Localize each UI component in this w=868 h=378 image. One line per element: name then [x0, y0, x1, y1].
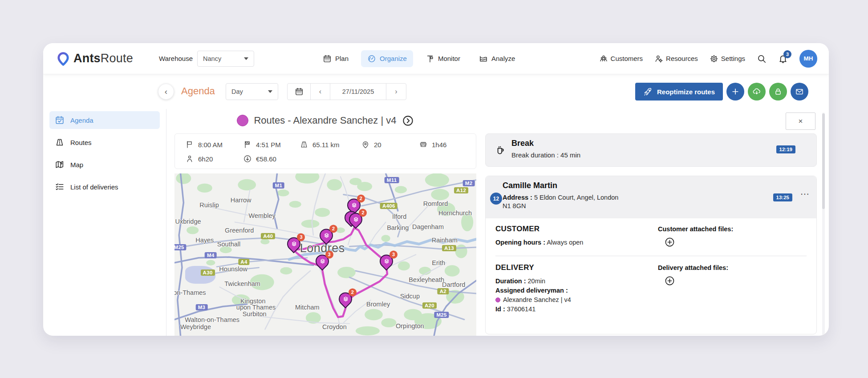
next-day-button[interactable]: ›: [386, 84, 406, 100]
pin-count-badge: 2: [349, 288, 357, 296]
search-button[interactable]: [757, 54, 767, 64]
pin-count-badge: 3: [389, 251, 397, 259]
map-label-surbiton: Surbiton: [243, 310, 267, 318]
top-navbar: AntsRoute Warehouse Nancy PlanOrganizeMo…: [43, 43, 829, 74]
assigned-deliveryman-value: Alexandre Sanchez | v4: [495, 296, 807, 303]
avatar[interactable]: MH: [799, 50, 817, 68]
pin-count-badge: 2: [357, 194, 365, 202]
sidebar-item-routes[interactable]: Routes: [49, 133, 160, 151]
add-file-icon[interactable]: [664, 237, 675, 248]
calendar-picker-button[interactable]: [288, 84, 311, 100]
break-duration-text: Break duration : 45 min: [511, 151, 580, 159]
layers-icon: [291, 241, 297, 247]
car-icon: [419, 140, 428, 149]
collapse-sidebar-button[interactable]: ‹: [158, 84, 174, 100]
tab-organize[interactable]: Organize: [361, 50, 413, 67]
road-shield-m11: M11: [385, 177, 399, 183]
next-route-button[interactable]: [402, 115, 414, 127]
map-label-ilford: Ilford: [392, 213, 406, 220]
stat-value: 65.11 km: [312, 141, 340, 149]
search-icon: [757, 54, 767, 64]
section-divider: [495, 256, 807, 256]
road-shield-a13: A13: [442, 245, 456, 251]
customer-section: CUSTOMER Opening hours : Always open Cus…: [495, 225, 807, 246]
road-shield-a4: A4: [238, 259, 249, 265]
brand-logo[interactable]: AntsRoute: [56, 51, 133, 66]
stat-person: 6h20: [185, 154, 213, 164]
map-label-greenford: Greenford: [225, 227, 254, 234]
stop-card: 12 Camille Martin Address : 5 Eldon Cour…: [485, 176, 817, 334]
break-card[interactable]: Break Break duration : 45 min 12:19: [485, 133, 817, 167]
calendar-check-icon: [55, 115, 65, 125]
stat-flag: 8:00 AM: [185, 140, 223, 149]
map-pin-8[interactable]: 2: [339, 292, 352, 306]
map-label-barking: Barking: [387, 224, 409, 231]
map-pin-3[interactable]: 2: [349, 213, 362, 226]
map-label-wembley: Wembley: [249, 212, 276, 219]
sidebar-item-agenda[interactable]: Agenda: [49, 111, 160, 129]
sidebar-item-map[interactable]: Map: [49, 156, 160, 173]
coffee-cup-icon: [495, 145, 506, 156]
prev-day-button[interactable]: ‹: [311, 84, 330, 100]
notifications-button[interactable]: 3: [778, 54, 788, 64]
map-pin-7[interactable]: 3: [380, 255, 393, 268]
road-shield-a2: A2: [438, 288, 449, 294]
sidebar-divider: [166, 74, 166, 336]
sidebar-item-label: List of deliveries: [70, 183, 118, 191]
navlink-settings[interactable]: Settings: [710, 54, 745, 63]
map-pin-6[interactable]: 3: [316, 255, 329, 268]
map-pin-5[interactable]: 2: [320, 229, 333, 242]
map-pin-4[interactable]: 3: [287, 237, 300, 250]
map-pin-1[interactable]: 2: [347, 198, 361, 212]
desktop: { "topbar": { "brand": { "bold": "Ants",…: [0, 0, 868, 378]
chevron-down-icon: [244, 57, 248, 60]
app-window: AntsRoute Warehouse Nancy PlanOrganizeMo…: [43, 43, 829, 336]
map-canvas[interactable]: M1M25M4M3M11M2M25A40A4A30A12A406A13A2A20…: [174, 173, 476, 336]
export-button[interactable]: [748, 83, 766, 101]
navlink-resources[interactable]: Resources: [654, 54, 698, 63]
pin-count-badge: 2: [359, 209, 367, 217]
close-panel-button[interactable]: ×: [786, 113, 815, 130]
route-color-dot: [495, 298, 500, 302]
sidebar-item-list-of-deliveries[interactable]: List of deliveries: [49, 178, 160, 196]
send-mail-button[interactable]: [791, 83, 808, 101]
view-select[interactable]: Day: [226, 83, 278, 100]
more-options-button[interactable]: ⋯: [800, 189, 810, 199]
layers-icon: [319, 258, 325, 265]
road-icon: [300, 140, 308, 149]
person-gear-icon: [654, 54, 663, 63]
layers-icon: [383, 258, 389, 265]
tab-monitor[interactable]: Monitor: [419, 50, 466, 67]
tab-label: Organize: [380, 55, 407, 62]
map-label-ruislip: Ruislip: [199, 201, 219, 209]
map-label-sidcup: Sidcup: [400, 293, 420, 300]
stat-pin: 20: [361, 140, 381, 149]
tab-plan[interactable]: Plan: [316, 50, 355, 67]
map-label-southall: Southall: [217, 241, 240, 248]
sidebar-item-label: Map: [70, 161, 83, 169]
customer-heading: CUSTOMER: [495, 225, 807, 233]
lock-routes-button[interactable]: [769, 83, 787, 101]
tab-analyze[interactable]: Analyze: [473, 50, 521, 67]
reoptimize-routes-button[interactable]: Reoptimize routes: [635, 83, 723, 101]
panel-scrollbar-thumb[interactable]: [822, 113, 825, 209]
map-label-dagenham: Dagenham: [412, 223, 444, 230]
agenda-toolbar: ‹ Agenda Day ‹ 27/11/2025 › Reoptimize r…: [43, 74, 829, 109]
nav-tabs: PlanOrganizeMonitorAnalyze: [316, 50, 521, 67]
wave-icon: [479, 54, 488, 63]
map-label-londres: Londres: [300, 241, 345, 255]
map-label-kingston: Kingston: [240, 298, 265, 305]
plus-icon: [731, 87, 740, 96]
add-button[interactable]: [726, 83, 744, 101]
current-date[interactable]: 27/11/2025: [330, 84, 386, 100]
delivery-section: DELIVERY Duration : 20min Assigned deliv…: [495, 263, 807, 313]
navlink-customers[interactable]: Customers: [599, 54, 643, 63]
stop-card-header[interactable]: 12 Camille Martin Address : 5 Eldon Cour…: [486, 176, 816, 218]
map-label-bexleyheath: Bexleyheath: [409, 276, 444, 283]
tab-label: Monitor: [438, 55, 460, 62]
flag-icon: [185, 140, 194, 149]
delivery-duration-row: Duration : 20min: [495, 277, 807, 285]
add-file-icon[interactable]: [664, 275, 675, 286]
warehouse-select[interactable]: Nancy: [197, 51, 254, 67]
opening-hours-row: Opening hours : Always open: [495, 239, 807, 246]
